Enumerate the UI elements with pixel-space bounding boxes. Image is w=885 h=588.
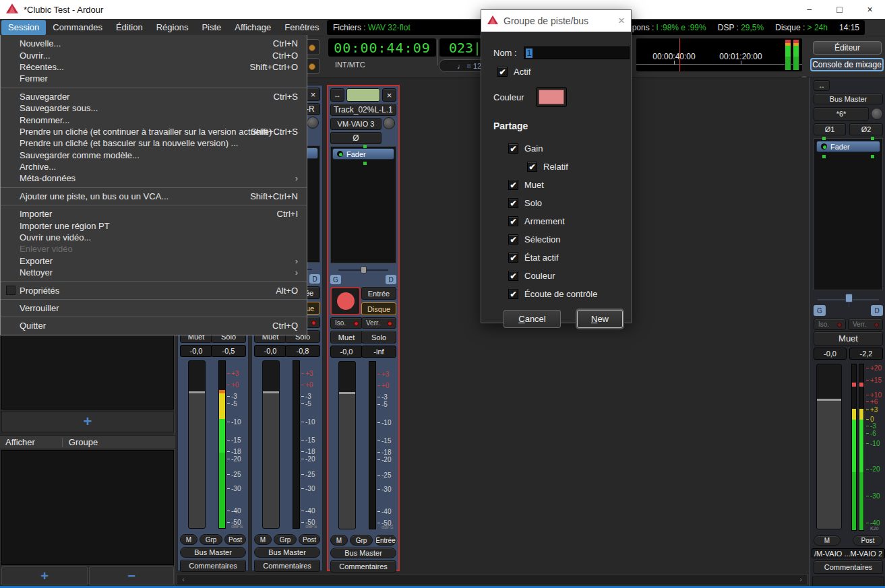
metering-mute-button[interactable]: M [330,535,348,546]
strip-color-bar[interactable] [346,88,380,102]
menu-item[interactable]: Ouvrir...Ctrl+O [1,49,307,61]
output-button[interactable]: /M-VAIO ...M-VAIO 2 [812,548,885,558]
clock-source[interactable]: INT/MTC [335,61,365,69]
remove-group-button[interactable]: − [89,566,174,585]
volume-fader[interactable] [816,364,842,529]
menu-item[interactable]: Méta-données› [1,172,307,184]
scroll-left-icon[interactable]: ‹ [179,575,188,583]
option-checkbox[interactable]: ✔ [508,143,518,154]
menu-session[interactable]: Session [1,20,46,35]
option-checkbox[interactable]: ✔ [527,162,537,172]
menu-item[interactable]: Ajouter une piste, un bus ou un VCA...Sh… [1,191,307,202]
menu-item[interactable]: Exporter› [1,255,307,267]
dialog-close-icon[interactable]: × [618,14,625,28]
metering-mute-button[interactable]: M [814,535,841,546]
groups-header-group[interactable]: Groupe [69,437,98,447]
output-button[interactable]: Bus Master [180,547,246,558]
record-arm-button[interactable] [330,287,361,315]
share-option-s-lection[interactable]: ✔Sélection [508,234,560,244]
menu-régions[interactable]: Régions [150,20,195,35]
strip-input-button[interactable]: VM-VAIO 3 [330,118,382,130]
option-checkbox[interactable]: ✔ [508,216,518,226]
metering-mute-button[interactable]: M [254,534,272,545]
menu-item[interactable]: Verrouiller [1,302,307,314]
solo-isolate-button[interactable]: Iso. [330,317,363,329]
gain-display-right[interactable]: -0,8 [285,345,320,357]
solo-lock-button[interactable]: Verr. [848,319,883,330]
strip-resize-icon[interactable]: ↔ [330,88,344,102]
option-checkbox[interactable]: ✔ [508,198,518,208]
gain-display-right[interactable]: -0,5 [211,345,246,357]
menu-édition[interactable]: Édition [109,20,150,35]
share-option--tat-actif[interactable]: ✔État actif [508,253,559,263]
menu-item[interactable]: Sauvegarder sous... [1,102,307,114]
gain-display-left[interactable]: -0,0 [330,346,363,358]
menu-item[interactable]: Renommer... [1,114,307,125]
gain-display-left[interactable]: -0,0 [254,345,286,357]
add-group-button[interactable]: + [1,566,88,585]
fader-processor-button[interactable]: Fader [332,148,394,160]
share-option-muet[interactable]: ✔Muet [508,180,544,190]
menu-fenêtres[interactable]: Fenêtres [278,20,326,35]
menu-item[interactable]: Prendre un cliché (et basculer sur la no… [1,137,307,149]
menu-item[interactable]: Sauvegarder comme modèle... [1,150,307,161]
active-checkbox[interactable]: ✔ [497,67,508,77]
maximize-button[interactable]: □ [824,0,855,19]
solo-isolate-button[interactable]: Iso. [814,319,846,330]
primary-clock[interactable]: 00:00:44:09 [328,38,436,57]
trim-knob[interactable] [307,117,319,129]
pan-handle[interactable] [361,266,367,273]
editor-button[interactable]: Éditeur [813,41,882,55]
pan-handle[interactable] [845,294,853,302]
volume-fader[interactable] [338,361,356,529]
minimize-button[interactable]: − [794,0,824,19]
menu-item[interactable]: SauvegarderCtrl+S [1,91,307,102]
meter-point-button[interactable]: Post [224,534,246,545]
mute-button[interactable]: Muet [330,331,363,344]
horizontal-scrollbar[interactable]: ‹ › [177,574,807,585]
output-button[interactable]: Bus Master [330,548,396,558]
comments-button[interactable]: Commentaires [330,560,396,573]
menu-item[interactable]: Fermer [1,73,307,84]
groups-header-show[interactable]: Afficher [5,437,35,447]
gain-display-right[interactable]: -2,2 [849,348,883,360]
phase-1-button[interactable]: Ø1 [814,123,846,135]
menu-piste[interactable]: Piste [195,20,228,35]
output-button[interactable]: Bus Master [254,547,320,558]
comments-button[interactable]: Commentaires [180,560,246,572]
menu-item[interactable]: Prendre un cliché (et continuer à travai… [1,126,307,137]
master-input-button[interactable]: *6* [814,107,869,121]
strip-name-button[interactable]: Track_02%L-L.1 [330,104,396,116]
menu-commandes[interactable]: Commandes [46,20,109,35]
menu-affichage[interactable]: Affichage [228,20,278,35]
strip-resize-icon[interactable]: ↔ [814,80,830,91]
option-checkbox[interactable]: ✔ [508,289,518,299]
scroll-right-icon[interactable]: › [796,575,805,583]
gain-display-left[interactable]: -0,0 [180,345,212,357]
menu-item[interactable]: QuitterCtrl+Q [1,320,307,331]
menu-item[interactable]: Ouvrir une vidéo... [1,232,307,243]
input-monitor-button[interactable]: Entrée [361,287,396,300]
share-option--coute-de-contr-le[interactable]: ✔Écoute de contrôle [508,289,597,299]
meter-point-button[interactable]: Post [299,534,320,545]
share-option-gain[interactable]: ✔Gain [508,143,543,154]
group-name-input[interactable]: 1 [524,46,630,59]
option-checkbox[interactable]: ✔ [508,234,518,244]
gain-display-right[interactable]: -inf [361,346,396,358]
volume-fader[interactable] [188,360,206,529]
menu-item[interactable]: ImporterCtrl+I [1,208,307,220]
menu-item[interactable]: Nettoyer› [1,267,307,278]
phase-2-button[interactable]: Ø2 [849,123,883,135]
solo-lock-button[interactable]: Verr. [361,317,396,329]
option-checkbox[interactable]: ✔ [508,180,518,190]
meter-point-button[interactable]: Post [853,535,883,546]
share-option-solo[interactable]: ✔Solo [508,198,542,208]
comments-button[interactable]: Commentaires [254,560,320,572]
trim-knob[interactable] [871,108,883,120]
group-button[interactable]: Grp [350,535,373,546]
group-button[interactable]: Grp [200,534,222,545]
mixer-strip[interactable]: ↔ × Track_02%L-L.1 VM-VAIO 3 Ø Fader G D… [327,85,400,571]
gain-display-left[interactable]: -0,0 [814,348,847,360]
mini-timeline[interactable]: 00:00:40:00 00:01:20:00 [636,38,802,71]
group-button[interactable]: Grp [274,534,297,545]
